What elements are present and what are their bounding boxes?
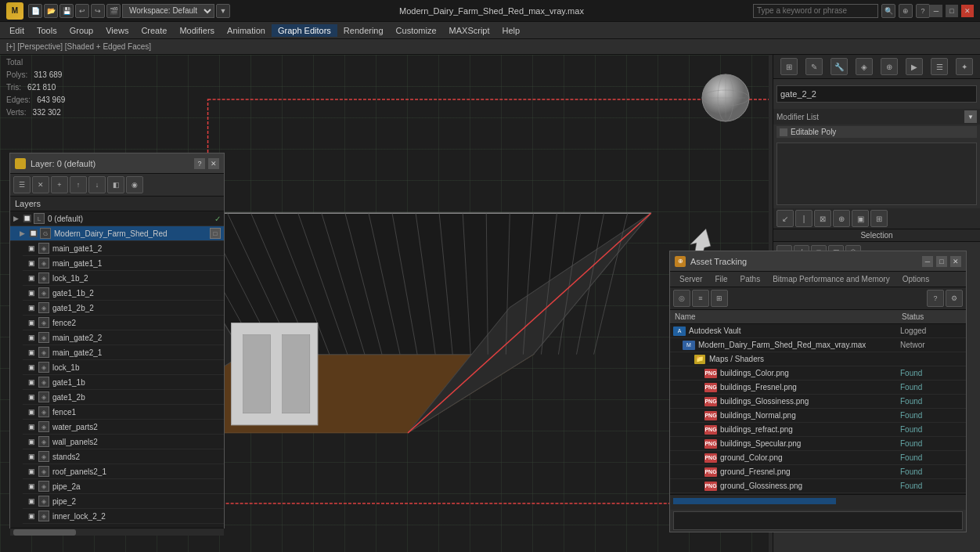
menu-edit[interactable]: Edit <box>3 24 31 37</box>
layer-btn-move[interactable]: ↑ <box>70 176 87 193</box>
asset-row-buildings-fresnel[interactable]: PNG buildings_Fresnel.png Found <box>670 381 966 395</box>
menu-maxscript[interactable]: MAXScript <box>443 24 496 37</box>
asset-tb-btn-2[interactable]: ≡ <box>692 290 709 307</box>
layer-item-inner-lock[interactable]: ▣ ◈ inner_lock_2_2 <box>23 509 224 524</box>
layer-item-stands2[interactable]: ▣ ◈ stands2 <box>23 449 224 464</box>
layer-btn-hide[interactable]: ◉ <box>126 176 143 193</box>
snap-button[interactable]: ⊕ <box>899 4 913 18</box>
asset-search-input[interactable] <box>673 511 963 530</box>
asset-tb-btn-help[interactable]: ? <box>927 290 944 307</box>
layer-item-0default[interactable]: ▶ 🔲 L 0 (default) ✓ <box>10 211 224 226</box>
layer-item-fence1[interactable]: ▣ ◈ fence1 <box>23 405 224 420</box>
rp-toolbar-3[interactable]: ⊠ <box>814 210 831 227</box>
asset-menu-paths[interactable]: Paths <box>734 273 767 285</box>
asset-row-ground-fresnel[interactable]: PNG ground_Fresnel.png Found <box>670 465 966 479</box>
layers-help-button[interactable]: ? <box>194 158 205 169</box>
layer-btn-new[interactable]: ☰ <box>13 176 31 193</box>
layer-item-lock-1b[interactable]: ▣ ◈ lock_1b <box>23 360 224 375</box>
rp-icon-3[interactable]: 🔧 <box>830 58 848 75</box>
search-input[interactable] <box>753 4 878 18</box>
asset-tb-btn-settings[interactable]: ⚙ <box>946 290 963 307</box>
rp-icon-5[interactable]: ⊕ <box>881 58 898 75</box>
layer-item-gate1-2b-2[interactable]: ▣ ◈ gate1_2b_2 <box>23 301 224 316</box>
layers-close-button[interactable]: ✕ <box>208 158 219 169</box>
layer-item-gate1-1b-2[interactable]: ▣ ◈ gate1_1b_2 <box>23 286 224 301</box>
layer-item-wall-panels2[interactable]: ▣ ◈ wall_panels2 <box>23 435 224 449</box>
rp-toolbar-4[interactable]: ⊕ <box>833 210 850 227</box>
layer-item-main-gate2-2[interactable]: ▣ ◈ main_gate2_2 <box>23 330 224 345</box>
rp-icon-4[interactable]: ◈ <box>856 58 873 75</box>
layer-btn-down[interactable]: ↓ <box>88 176 106 193</box>
menu-tools[interactable]: Tools <box>31 24 63 37</box>
layer-item-main-gate2-1[interactable]: ▣ ◈ main_gate2_1 <box>23 345 224 360</box>
modifier-item-editable-poly[interactable]: Editable Poly <box>776 126 977 138</box>
rp-icon-1[interactable]: ⊞ <box>780 58 798 75</box>
layers-scroll-area[interactable]: ▶ 🔲 L 0 (default) ✓ ▶ 🔲 G Modern_Dairy_F… <box>10 211 224 528</box>
asset-tb-btn-1[interactable]: ◎ <box>673 290 690 307</box>
save-button[interactable]: 💾 <box>59 4 74 18</box>
layer-item-lock-1b-2[interactable]: ▣ ◈ lock_1b_2 <box>23 271 224 286</box>
menu-customize[interactable]: Customize <box>390 24 443 37</box>
asset-row-ground-color[interactable]: PNG ground_Color.png Found <box>670 451 966 465</box>
asset-row-buildings-refract[interactable]: PNG buildings_refract.png Found <box>670 423 966 437</box>
layer-btn-add[interactable]: + <box>51 176 68 193</box>
rp-icon-6[interactable]: ▶ <box>906 58 923 75</box>
asset-minimize-button[interactable]: ─ <box>922 256 933 267</box>
modifier-list-dropdown[interactable]: ▼ <box>964 110 977 123</box>
menu-help[interactable]: Help <box>496 24 527 37</box>
asset-menu-server[interactable]: Server <box>673 273 708 285</box>
nav-cube[interactable] <box>698 70 753 125</box>
menu-modifiers[interactable]: Modifiers <box>173 24 221 37</box>
asset-close-button[interactable]: ✕ <box>950 256 961 267</box>
menu-animation[interactable]: Animation <box>221 24 272 37</box>
layer-item-roof-panels2-1[interactable]: ▣ ◈ roof_panels2_1 <box>23 464 224 479</box>
modifier-checkbox[interactable] <box>780 128 787 136</box>
layer-item-gate1-1b[interactable]: ▣ ◈ gate1_1b <box>23 375 224 390</box>
menu-group[interactable]: Group <box>63 24 100 37</box>
asset-row-buildings-glossiness[interactable]: PNG buildings_Glossiness.png Found <box>670 395 966 409</box>
rp-icon-8[interactable]: ✦ <box>956 58 973 75</box>
asset-row-maps-folder[interactable]: 📁 Maps / Shaders <box>670 352 966 366</box>
rp-icon-2[interactable]: ✎ <box>805 58 823 75</box>
asset-menu-bitmap[interactable]: Bitmap Performance and Memory <box>766 273 896 285</box>
layer-item-main-gate1-2[interactable]: ▣ ◈ main_gate1_2 <box>23 241 224 256</box>
new-button[interactable]: 📄 <box>28 4 42 18</box>
asset-row-buildings-color[interactable]: PNG buildings_Color.png Found <box>670 366 966 381</box>
menu-create[interactable]: Create <box>135 24 173 37</box>
minimize-button[interactable]: ─ <box>930 5 942 17</box>
menu-views[interactable]: Views <box>99 24 135 37</box>
rp-icon-7[interactable]: ☰ <box>931 58 948 75</box>
redo-button[interactable]: ↪ <box>91 4 105 18</box>
menu-graph-editors[interactable]: Graph Editors <box>272 24 337 37</box>
maximize-button[interactable]: □ <box>946 5 958 17</box>
asset-row-buildings-specular[interactable]: PNG buildings_Specular.png Found <box>670 437 966 451</box>
undo-button[interactable]: ↩ <box>75 4 89 18</box>
rp-toolbar-1[interactable]: ↙ <box>776 210 794 227</box>
layers-scrollbar-h[interactable] <box>10 528 224 536</box>
layer-btn-delete[interactable]: ✕ <box>32 176 49 193</box>
search-button[interactable]: 🔍 <box>881 4 895 18</box>
rp-toolbar-6[interactable]: ⊞ <box>870 210 888 227</box>
rp-toolbar-5[interactable]: ▣ <box>852 210 869 227</box>
layer-item-pipe-2[interactable]: ▣ ◈ pipe_2 <box>23 494 224 509</box>
asset-row-max-file[interactable]: M Modern_Dairy_Farm_Shed_Red_max_vray.ma… <box>670 338 966 352</box>
asset-row-vault[interactable]: A Autodesk Vault Logged <box>670 324 966 338</box>
asset-tb-btn-3[interactable]: ⊞ <box>711 290 728 307</box>
menu-rendering[interactable]: Rendering <box>337 24 390 37</box>
help-button[interactable]: ? <box>916 4 930 18</box>
asset-menu-options[interactable]: Options <box>896 273 935 285</box>
layer-item-fence2[interactable]: ▣ ◈ fence2 <box>23 316 224 330</box>
asset-row-buildings-normal[interactable]: PNG buildings_Normal.png Found <box>670 409 966 423</box>
layer-item-pipe-2a[interactable]: ▣ ◈ pipe_2a <box>23 479 224 494</box>
object-name-input[interactable] <box>776 85 977 103</box>
asset-menu-file[interactable]: File <box>708 273 733 285</box>
layer-btn-select[interactable]: ◧ <box>107 176 124 193</box>
close-button[interactable]: ✕ <box>961 5 974 17</box>
rp-toolbar-2[interactable]: | <box>795 210 812 227</box>
workspace-dropdown[interactable]: ▼ <box>216 4 230 18</box>
scene-select-button[interactable]: 🎬 <box>106 4 121 18</box>
layer-item-modern-dairy[interactable]: ▶ 🔲 G Modern_Dairy_Farm_Shed_Red □ <box>10 226 224 241</box>
asset-rows-area[interactable]: A Autodesk Vault Logged M Modern_Dairy_F… <box>670 324 966 494</box>
asset-maximize-button[interactable]: □ <box>936 256 947 267</box>
layer-item-main-gate1-1[interactable]: ▣ ◈ main_gate1_1 <box>23 256 224 271</box>
